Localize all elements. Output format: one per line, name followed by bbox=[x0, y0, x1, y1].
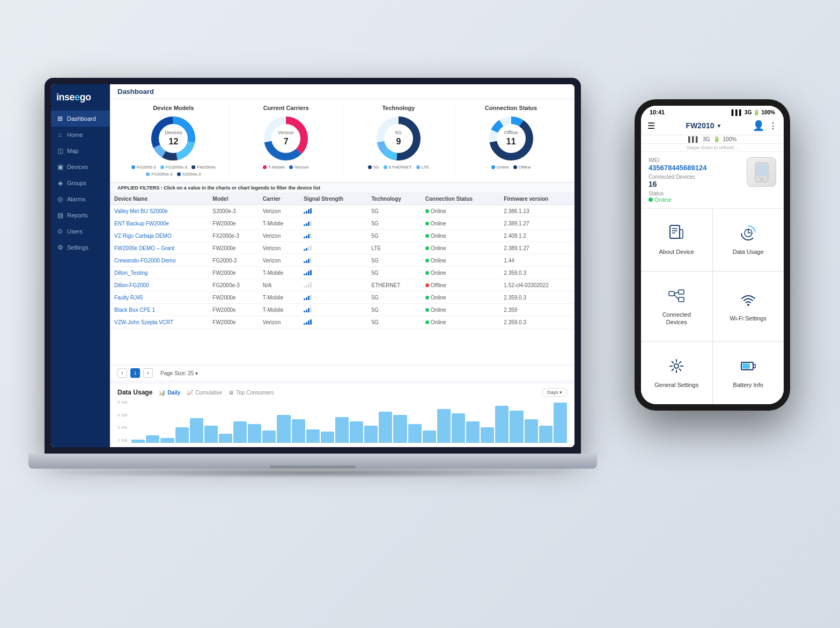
device-name-cell[interactable]: FW2000e DEMO – Grant bbox=[110, 242, 208, 254]
device-table: Device Name Model Carrier Signal Strengt… bbox=[110, 193, 574, 328]
bar-col bbox=[335, 417, 349, 443]
tab-cumulative[interactable]: 📈 Cumulative bbox=[187, 390, 222, 396]
sidebar-item-settings[interactable]: ⚙ Settings bbox=[51, 239, 110, 255]
firmware-cell: 1.52-cl4-03302022 bbox=[499, 279, 574, 291]
data-usage-section: Data Usage 📊 Daily 📈 Cumulative 🖥 bbox=[110, 384, 574, 447]
tech-cell: 5G bbox=[367, 205, 421, 217]
bar-col bbox=[131, 440, 145, 443]
status-dot-green bbox=[649, 198, 653, 202]
charts-row: Device Models bbox=[110, 99, 574, 182]
more-icon[interactable]: ⋮ bbox=[769, 121, 777, 131]
col-device-name[interactable]: Device Name bbox=[110, 193, 208, 205]
device-name-cell[interactable]: Crewando-FG2000 Demo bbox=[110, 254, 208, 267]
phone-connected-devices: 16 bbox=[649, 180, 741, 188]
signal-cell bbox=[299, 230, 367, 242]
sidebar-item-home[interactable]: ⌂ Home bbox=[51, 127, 110, 143]
grid-item-general-settings[interactable]: General Settings bbox=[641, 342, 712, 404]
device-name-cell[interactable]: Dillon-FG2000 bbox=[110, 279, 208, 291]
phone-nav-title: FW2010 ▼ bbox=[659, 121, 748, 130]
col-firmware[interactable]: Firmware version bbox=[499, 193, 574, 205]
bar-col bbox=[554, 403, 567, 443]
phone-status-icons: ▌▌▌ 3G 🔋 100% bbox=[732, 109, 775, 115]
legend-item: Offline bbox=[513, 165, 531, 170]
phone-imei-value[interactable]: 435678445689124 bbox=[649, 164, 741, 172]
model-cell: FG2000-3 bbox=[208, 254, 259, 267]
grid-item-about-device[interactable]: About Device bbox=[641, 209, 712, 271]
status-cell: Online bbox=[421, 291, 500, 304]
device-name-cell[interactable]: Black Box CPE 1 bbox=[110, 304, 208, 316]
next-page-btn[interactable]: › bbox=[143, 368, 153, 378]
grid-item-wifi-settings[interactable]: Wi-Fi Settings bbox=[713, 272, 784, 341]
days-filter-btn[interactable]: Days ▾ bbox=[542, 388, 567, 397]
legend-item: FG2000e-3 bbox=[160, 165, 187, 170]
chart-legend-device-models: FG2000-3 FG2000e-3 FW2000e bbox=[123, 165, 224, 177]
device-name-cell[interactable]: VZW-John Szejda VCRT bbox=[110, 316, 208, 328]
firmware-cell: 2.409.1.2 bbox=[499, 230, 574, 242]
col-technology[interactable]: Technology bbox=[367, 193, 421, 205]
chevron-down-icon[interactable]: ▼ bbox=[717, 123, 722, 129]
device-name-cell[interactable]: Faulty RJ45 bbox=[110, 291, 208, 304]
page-1-btn[interactable]: 1 bbox=[130, 368, 140, 378]
firmware-cell: 1.44 bbox=[499, 254, 574, 267]
carrier-cell: T-Mobile bbox=[259, 304, 299, 316]
col-carrier[interactable]: Carrier bbox=[259, 193, 299, 205]
tech-cell: 5G bbox=[367, 316, 421, 328]
tech-cell: 5G bbox=[367, 267, 421, 279]
table-row: VZW-John Szejda VCRT FW2000e Verizon 5G … bbox=[110, 316, 574, 328]
legend-item: FG2000-3 bbox=[131, 165, 156, 170]
sidebar-item-map[interactable]: ◫ Map bbox=[51, 143, 110, 159]
general-settings-icon bbox=[668, 357, 685, 378]
sidebar-item-devices[interactable]: ▣ Devices bbox=[51, 159, 110, 175]
bar-col bbox=[160, 438, 174, 443]
table-row: Crewando-FG2000 Demo FG2000-3 Verizon 5G… bbox=[110, 254, 574, 267]
phone-device-text: IMEI 435678445689124 Connected Devices 1… bbox=[649, 157, 741, 203]
prev-page-btn[interactable]: ‹ bbox=[117, 368, 127, 378]
donut-device-models: Devices 12 bbox=[149, 114, 197, 163]
firmware-cell: 2.359.0.3 bbox=[499, 316, 574, 328]
bar-col bbox=[364, 426, 378, 443]
signal-bars-icon: ▌▌▌ bbox=[688, 136, 699, 142]
sidebar-item-users[interactable]: ⊙ Users bbox=[51, 223, 110, 239]
col-connection-status[interactable]: Connection Status bbox=[421, 193, 500, 205]
device-name-cell[interactable]: Valley Met BU S2000e bbox=[110, 205, 208, 217]
col-signal[interactable]: Signal Strength bbox=[299, 193, 367, 205]
avatar-icon[interactable]: 👤 bbox=[753, 120, 764, 132]
svg-rect-35 bbox=[742, 363, 750, 369]
status-cell: Online bbox=[421, 205, 500, 217]
carrier-cell: T-Mobile bbox=[259, 291, 299, 304]
tab-daily[interactable]: 📊 Daily bbox=[159, 390, 180, 396]
model-cell: FW2000e bbox=[208, 291, 259, 304]
sidebar-item-reports[interactable]: ▤ Reports bbox=[51, 207, 110, 223]
model-cell: FW2000e bbox=[208, 217, 259, 230]
bar-col bbox=[277, 415, 290, 443]
grid-item-data-usage[interactable]: Data Usage bbox=[713, 209, 784, 271]
col-model[interactable]: Model bbox=[208, 193, 259, 205]
device-name-cell[interactable]: ENT Backup FW2000e bbox=[110, 217, 208, 230]
signal-cell bbox=[299, 242, 367, 254]
bar-col bbox=[423, 430, 436, 443]
app-logo: inseego bbox=[51, 84, 110, 108]
table-row: Valley Met BU S2000e S2000e-3 Verizon 5G… bbox=[110, 205, 574, 217]
chart-current-carriers: Current Carriers Verizon 7 bbox=[230, 105, 343, 177]
network-type: 3G bbox=[745, 109, 751, 115]
carrier-cell: T-Mobile bbox=[259, 267, 299, 279]
tab-top-consumers[interactable]: 🖥 Top Consumers bbox=[229, 390, 274, 396]
laptop-shadow bbox=[45, 468, 581, 478]
users-icon: ⊙ bbox=[56, 228, 64, 235]
top-bar: Dashboard bbox=[110, 84, 574, 99]
device-name-cell[interactable]: Dillon_Testing bbox=[110, 267, 208, 279]
device-name-cell[interactable]: VZ Rigo Carbaja DEMO bbox=[110, 230, 208, 242]
tech-cell: LTE bbox=[367, 242, 421, 254]
grid-item-connected-devices[interactable]: ConnectedDevices bbox=[641, 272, 712, 341]
sidebar-item-alarms[interactable]: ◎ Alarms bbox=[51, 191, 110, 207]
firmware-cell: 2.359.0.3 bbox=[499, 267, 574, 279]
sidebar-item-groups[interactable]: ◈ Groups bbox=[51, 175, 110, 191]
svg-point-32 bbox=[747, 304, 749, 306]
svg-rect-27 bbox=[669, 291, 674, 296]
grid-item-battery-info[interactable]: Battery Info bbox=[713, 342, 784, 404]
sidebar-item-dashboard[interactable]: ⊞ Dashboard bbox=[51, 111, 110, 127]
hamburger-icon[interactable]: ☰ bbox=[647, 121, 655, 131]
table-row: ENT Backup FW2000e FW2000e T-Mobile 5G O… bbox=[110, 217, 574, 230]
bar-col bbox=[495, 406, 509, 443]
table-row: Faulty RJ45 FW2000e T-Mobile 5G Online 2… bbox=[110, 291, 574, 304]
